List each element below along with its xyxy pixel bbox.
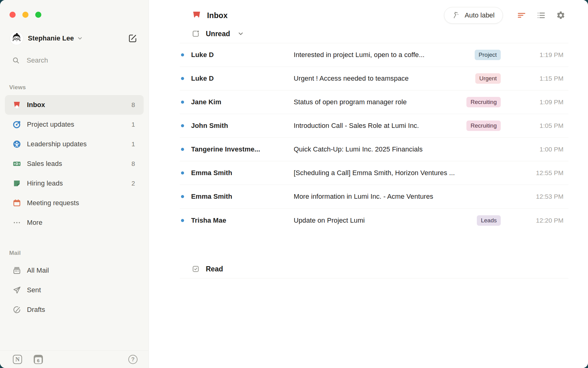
sidebar-item-label: Drafts — [27, 306, 45, 314]
mail-time: 1:00 PM — [501, 146, 568, 153]
mail-row[interactable]: Luke D Interested in project Lumi, open … — [180, 43, 568, 67]
calendar-icon — [12, 199, 21, 207]
mail-time: 12:20 PM — [501, 217, 568, 224]
sidebar-item-meeting-requests[interactable]: Meeting requests — [5, 193, 144, 213]
mail-row[interactable]: Luke D Urgent ! Access needed to teamspa… — [180, 67, 568, 90]
unread-count: 2 — [131, 180, 135, 187]
sidebar-item-drafts[interactable]: Drafts — [5, 300, 144, 320]
sidebar-item-all-mail[interactable]: All Mail — [5, 261, 144, 280]
window-controls — [0, 0, 149, 18]
mail-section-label: Mail — [9, 250, 149, 256]
sidebar-item-more[interactable]: More — [5, 213, 144, 232]
mail-row[interactable]: Jane Kim Status of open program manager … — [180, 90, 568, 114]
zoom-window-button[interactable] — [35, 12, 41, 18]
mail-time: 12:55 PM — [501, 169, 568, 177]
help-icon[interactable]: ? — [128, 355, 138, 364]
compose-icon[interactable] — [128, 33, 138, 43]
sidebar-item-leadership-updates[interactable]: Leadership updates 1 — [5, 134, 144, 154]
calendar-app-icon[interactable]: 6 — [34, 355, 43, 364]
unread-label: Unread — [206, 30, 230, 38]
main-panel: Inbox Auto label — [149, 0, 588, 368]
filter-icon[interactable] — [517, 11, 526, 20]
account-switcher[interactable]: Stephanie Lee — [10, 32, 138, 45]
chevron-down-icon — [237, 30, 244, 37]
header-actions: Auto label — [444, 7, 565, 24]
mail-tag: Leads — [477, 215, 501, 226]
sidebar-item-sales-leads[interactable]: Sales leads 8 — [5, 154, 144, 174]
desktop: Stephanie Lee Search — [0, 0, 588, 368]
sidebar-item-hiring-leads[interactable]: Hiring leads 2 — [5, 174, 144, 193]
banknote-icon — [12, 159, 21, 168]
unread-count: 1 — [131, 121, 135, 128]
inbox-icon — [192, 10, 202, 20]
mail-row[interactable]: Trisha Mae Update on Project Lumi Leads … — [180, 209, 568, 232]
unread-section-header[interactable]: Unread — [149, 25, 588, 43]
mail-subject: Interested in project Lumi, open to a co… — [294, 51, 475, 59]
mail-row[interactable]: Emma Smith More information in Lumi Inc.… — [180, 185, 568, 209]
mail-tag: Urgent — [475, 73, 501, 84]
search-icon — [12, 56, 20, 64]
sidebar-item-sent[interactable]: Sent — [5, 280, 144, 300]
mail-sender: Jane Kim — [191, 98, 294, 106]
mail-time: 1:15 PM — [501, 75, 568, 82]
unread-icon — [192, 30, 200, 38]
unread-dot-icon — [180, 124, 191, 127]
mail-subject: More information in Lumi Inc. - Acme Ven… — [294, 193, 501, 201]
page-title: Inbox — [207, 11, 228, 20]
sidebar-item-label: All Mail — [27, 266, 49, 274]
paper-plane-icon — [12, 286, 21, 294]
mail-sender: John Smith — [191, 122, 294, 130]
views-list: Inbox 8 Project updates 1 — [0, 95, 149, 232]
sidebar-item-project-updates[interactable]: Project updates 1 — [5, 115, 144, 134]
mail-time: 12:53 PM — [501, 193, 568, 200]
sticky-note-icon — [12, 179, 21, 188]
main-header: Inbox Auto label — [149, 0, 588, 23]
auto-label-wand-icon — [452, 11, 461, 20]
mail-subject: Urgent ! Access needed to teamspace — [294, 75, 475, 82]
unread-dot-icon — [180, 148, 191, 151]
mail-subject: Status of open program manager role — [294, 98, 466, 106]
sidebar-item-label: Sent — [27, 286, 41, 294]
auto-label-button[interactable]: Auto label — [444, 7, 503, 24]
mail-row[interactable]: John Smith Introduction Call - Sales Rol… — [180, 114, 568, 138]
target-icon — [12, 120, 21, 129]
unread-dot-icon — [180, 53, 191, 56]
mail-time: 1:05 PM — [501, 122, 568, 129]
unread-dot-icon — [180, 101, 191, 104]
unread-mail-list: Luke D Interested in project Lumi, open … — [180, 43, 568, 232]
mail-tag: Recruiting — [466, 121, 501, 131]
sidebar: Stephanie Lee Search — [0, 0, 149, 368]
person-circle-icon — [12, 140, 21, 148]
sidebar-footer: N 6 ? — [0, 351, 149, 368]
mail-tag: Recruiting — [466, 97, 501, 107]
read-section-header[interactable]: Read — [149, 260, 588, 278]
avatar — [10, 32, 23, 45]
unread-count: 8 — [131, 101, 135, 109]
read-checkbox-icon — [192, 265, 200, 273]
list-view-icon[interactable] — [537, 11, 546, 20]
mail-row[interactable]: Emma Smith [Scheduling a Call] Emma Smit… — [180, 161, 568, 185]
close-window-button[interactable] — [9, 12, 16, 18]
mail-sender: Luke D — [191, 51, 294, 59]
read-mail-list — [180, 278, 568, 278]
mail-time: 1:09 PM — [501, 98, 568, 106]
mail-sender: Tangerine Investme... — [191, 145, 294, 153]
notion-logo-icon[interactable]: N — [13, 355, 22, 364]
unread-dot-icon — [180, 171, 191, 174]
draft-pencil-icon — [12, 305, 21, 314]
views-section-label: Views — [9, 84, 149, 91]
sidebar-item-label: Hiring leads — [27, 179, 63, 187]
auto-label-label: Auto label — [465, 11, 495, 19]
mail-list: All Mail Sent — [0, 261, 149, 320]
sidebar-item-label: Leadership updates — [27, 140, 87, 148]
mail-row[interactable]: Tangerine Investme... Quick Catch-Up: Lu… — [180, 138, 568, 161]
minimize-window-button[interactable] — [22, 12, 28, 18]
sidebar-item-inbox[interactable]: Inbox 8 — [5, 95, 144, 115]
search-input[interactable]: Search — [12, 56, 149, 64]
chevron-down-icon — [77, 35, 83, 41]
unread-dot-icon — [180, 219, 191, 222]
gear-icon[interactable] — [556, 11, 565, 20]
mail-time: 1:19 PM — [501, 51, 568, 59]
account-name: Stephanie Lee — [28, 34, 74, 42]
ellipsis-icon — [12, 218, 21, 227]
